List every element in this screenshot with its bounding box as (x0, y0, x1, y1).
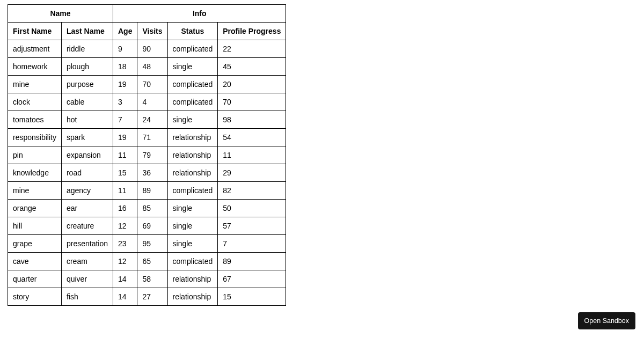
header-first-name: First Name (8, 23, 62, 40)
cell-age: 19 (113, 76, 137, 93)
cell-first-name: homework (8, 58, 62, 76)
cell-first-name: hill (8, 217, 62, 235)
cell-age: 3 (113, 93, 137, 111)
cell-age: 9 (113, 40, 137, 58)
cell-age: 12 (113, 217, 137, 235)
cell-status: single (167, 200, 218, 217)
cell-first-name: mine (8, 76, 62, 93)
header-visits: Visits (137, 23, 167, 40)
cell-visits: 71 (137, 129, 167, 146)
table-row: responsibilityspark1971relationship54 (8, 129, 286, 146)
cell-status: relationship (167, 288, 218, 306)
table-body: adjustmentriddle990complicated22homework… (8, 40, 286, 306)
table-row: grapepresentation2395single7 (8, 235, 286, 253)
cell-progress: 70 (218, 93, 286, 111)
cell-progress: 11 (218, 146, 286, 164)
cell-age: 14 (113, 270, 137, 288)
cell-status: complicated (167, 182, 218, 200)
table-row: cavecream1265complicated89 (8, 253, 286, 270)
cell-visits: 27 (137, 288, 167, 306)
cell-last-name: plough (61, 58, 113, 76)
table-row: pinexpansion1179relationship11 (8, 146, 286, 164)
cell-last-name: riddle (61, 40, 113, 58)
cell-first-name: orange (8, 200, 62, 217)
table-row: orangeear1685single50 (8, 200, 286, 217)
cell-status: single (167, 58, 218, 76)
cell-progress: 20 (218, 76, 286, 93)
cell-status: relationship (167, 164, 218, 182)
cell-visits: 69 (137, 217, 167, 235)
table-row: quarterquiver1458relationship67 (8, 270, 286, 288)
table-row: clockcable34complicated70 (8, 93, 286, 111)
cell-visits: 65 (137, 253, 167, 270)
cell-status: complicated (167, 76, 218, 93)
cell-progress: 98 (218, 111, 286, 129)
cell-first-name: cave (8, 253, 62, 270)
cell-last-name: hot (61, 111, 113, 129)
cell-age: 16 (113, 200, 137, 217)
cell-first-name: story (8, 288, 62, 306)
cell-status: relationship (167, 270, 218, 288)
cell-last-name: expansion (61, 146, 113, 164)
cell-age: 15 (113, 164, 137, 182)
cell-visits: 70 (137, 76, 167, 93)
cell-last-name: quiver (61, 270, 113, 288)
cell-first-name: knowledge (8, 164, 62, 182)
cell-visits: 24 (137, 111, 167, 129)
cell-progress: 7 (218, 235, 286, 253)
table-row: mineagency1189complicated82 (8, 182, 286, 200)
header-progress: Profile Progress (218, 23, 286, 40)
cell-status: complicated (167, 253, 218, 270)
cell-progress: 50 (218, 200, 286, 217)
cell-last-name: road (61, 164, 113, 182)
cell-age: 14 (113, 288, 137, 306)
cell-last-name: cable (61, 93, 113, 111)
cell-progress: 15 (218, 288, 286, 306)
cell-first-name: tomatoes (8, 111, 62, 129)
cell-visits: 85 (137, 200, 167, 217)
cell-last-name: presentation (61, 235, 113, 253)
cell-first-name: grape (8, 235, 62, 253)
cell-progress: 22 (218, 40, 286, 58)
header-group-name: Name (8, 5, 113, 23)
cell-age: 18 (113, 58, 137, 76)
cell-visits: 4 (137, 93, 167, 111)
cell-status: complicated (167, 93, 218, 111)
cell-status: single (167, 217, 218, 235)
cell-age: 7 (113, 111, 137, 129)
cell-visits: 79 (137, 146, 167, 164)
cell-progress: 57 (218, 217, 286, 235)
cell-last-name: agency (61, 182, 113, 200)
cell-last-name: fish (61, 288, 113, 306)
cell-age: 11 (113, 182, 137, 200)
header-status: Status (167, 23, 218, 40)
cell-visits: 95 (137, 235, 167, 253)
cell-visits: 89 (137, 182, 167, 200)
table-row: homeworkplough1848single45 (8, 58, 286, 76)
cell-progress: 67 (218, 270, 286, 288)
cell-last-name: purpose (61, 76, 113, 93)
cell-first-name: clock (8, 93, 62, 111)
table-row: tomatoeshot724single98 (8, 111, 286, 129)
cell-age: 19 (113, 129, 137, 146)
cell-progress: 29 (218, 164, 286, 182)
header-group-info: Info (113, 5, 286, 23)
cell-age: 23 (113, 235, 137, 253)
cell-first-name: responsibility (8, 129, 62, 146)
header-age: Age (113, 23, 137, 40)
cell-last-name: ear (61, 200, 113, 217)
cell-status: single (167, 111, 218, 129)
cell-progress: 45 (218, 58, 286, 76)
data-table: Name Info First Name Last Name Age Visit… (8, 4, 286, 306)
cell-visits: 48 (137, 58, 167, 76)
table-row: hillcreature1269single57 (8, 217, 286, 235)
table-row: adjustmentriddle990complicated22 (8, 40, 286, 58)
cell-visits: 90 (137, 40, 167, 58)
table-row: storyfish1427relationship15 (8, 288, 286, 306)
table-row: minepurpose1970complicated20 (8, 76, 286, 93)
cell-progress: 82 (218, 182, 286, 200)
cell-first-name: pin (8, 146, 62, 164)
cell-last-name: cream (61, 253, 113, 270)
cell-first-name: adjustment (8, 40, 62, 58)
cell-status: relationship (167, 129, 218, 146)
